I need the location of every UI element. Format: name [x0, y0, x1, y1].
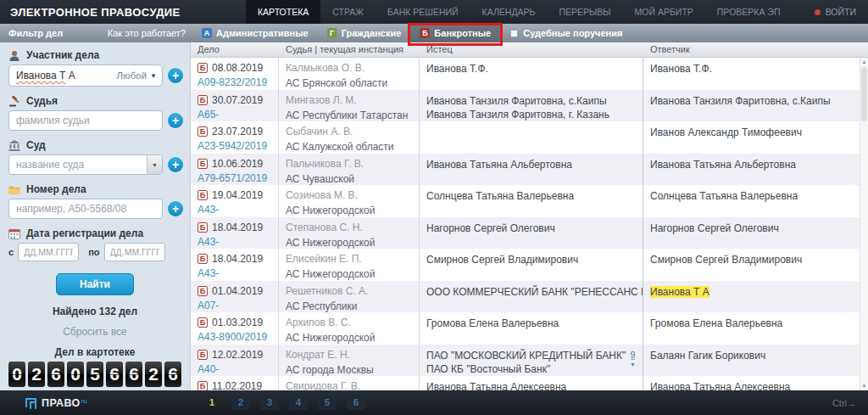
case-number-link[interactable]: А43-16534/2019: [198, 236, 271, 250]
plaintiff-name: ПАО "МОСКОВСКИЙ КРЕДИТНЫЙ БАНК": [426, 349, 636, 362]
nav-item-картотека[interactable]: КАРТОТЕКА: [246, 0, 320, 24]
nav-item-банк-решений[interactable]: БАНК РЕШЕНИЙ: [376, 0, 470, 24]
scroll-up-arrow-icon[interactable]: ▲: [860, 58, 868, 66]
nav-item-перерывы[interactable]: ПЕРЕРЫВЫ: [547, 0, 622, 24]
add-judge-button[interactable]: +: [168, 113, 183, 128]
case-number-link[interactable]: А09-8232/2019: [198, 76, 271, 88]
tab-гражданские[interactable]: ГГражданские: [318, 24, 411, 42]
tab-банкротные[interactable]: ББанкротные: [410, 24, 500, 42]
defendant-name: Солнцева Татьяна Валерьевна: [650, 189, 853, 203]
case-number-input[interactable]: [8, 199, 163, 219]
page-button-2[interactable]: 2: [231, 395, 250, 410]
keyboard-hint: Ctrl→: [832, 398, 868, 408]
page-button-3[interactable]: 3: [260, 395, 279, 410]
defendant-cell: Иванова Т.Ф.: [643, 58, 860, 90]
page-button-6[interactable]: 6: [347, 395, 365, 410]
case-cell: Б18.04.2019А43-16430/2019: [191, 249, 279, 281]
plaintiff-name: Смирнов Сергей Владимирович: [426, 253, 636, 266]
filter-toolbar: Фильтр дел Как это работает? ААдминистра…: [0, 24, 868, 42]
defendant-cell: Иванова Татьяна Алексеевна: [643, 376, 860, 390]
pravo-logo-icon: [25, 398, 36, 407]
case-date: 30.07.2019: [212, 94, 263, 106]
pravo-logo[interactable]: ПРАВО ru: [0, 397, 192, 409]
judge-name: Пальчикова Г. В.: [286, 158, 412, 171]
judge-input[interactable]: [8, 110, 163, 131]
counter-digit: 0: [8, 362, 25, 387]
table-row: Б10.06.2019А79-6571/2019Пальчикова Г. В.…: [191, 154, 860, 186]
table-row: Б18.04.2019А43-16534/2019Степанова С. Н.…: [191, 217, 860, 250]
how-it-works-link[interactable]: Как это работает?: [108, 28, 186, 38]
counter-digit: 6: [125, 362, 142, 387]
court-name: АС Нижегородской области: [286, 332, 412, 345]
date-to-label: по: [88, 247, 99, 257]
tab-label: Административные: [216, 28, 309, 38]
table-header: ДелоСудья | текущая инстанцияИстецОтветч…: [191, 42, 868, 58]
nav-item-календарь[interactable]: КАЛЕНДАРЬ: [470, 0, 548, 24]
add-participant-button[interactable]: +: [168, 68, 183, 83]
defendant-cell: Иванова Татьяна Альбертовна: [643, 154, 860, 186]
search-button[interactable]: Найти: [56, 273, 134, 295]
defendant-name: Смирнов Сергей Владимирович: [650, 253, 853, 266]
case-number-link[interactable]: А79-6571/2019: [198, 172, 271, 184]
court-select[interactable]: название суда ▼: [8, 154, 163, 175]
case-date: 11.02.2019: [212, 380, 262, 390]
scroll-down-arrow-icon[interactable]: ▼: [860, 382, 868, 390]
judge-name: Созинова М. В.: [286, 189, 412, 202]
main-nav: КАРТОТЕКАСТРАЖБАНК РЕШЕНИЙКАЛЕНДАРЬПЕРЕР…: [246, 0, 792, 24]
defendant-cell: Смирнов Сергей Владимирович: [643, 249, 860, 281]
page-button-4[interactable]: 4: [289, 395, 308, 410]
case-number-link[interactable]: А43-8900/2019: [198, 331, 271, 343]
vertical-scrollbar[interactable]: ▲ ▼: [860, 58, 868, 390]
defendant-cell: Иванова Т А: [643, 281, 860, 313]
page-button-1[interactable]: 1: [203, 395, 221, 410]
case-number-link[interactable]: А40-32986/2019: [198, 363, 271, 377]
add-case-number-button[interactable]: +: [168, 201, 183, 216]
table-row: Б08.08.2019А09-8232/2019Калмыкова О. В.А…: [191, 58, 860, 90]
judge-cell: Мингазов Л. М.АС Республики Татарстан: [279, 90, 420, 122]
counter-digit: 2: [145, 362, 162, 387]
login-button[interactable]: ВОЙТИ: [803, 0, 868, 24]
table-row: Б01.04.2019А07-10026/2019Решетников С. А…: [191, 281, 860, 313]
table-row: Б30.07.2019А65-22737/2019Мингазов Л. М.А…: [191, 90, 860, 122]
judge-name: Сыбачин А. В.: [286, 126, 412, 138]
case-date: 12.02.2019: [212, 349, 263, 361]
plaintiff-name: Иванова Татьяна Алексеевна: [426, 380, 636, 390]
court-orders-checkbox[interactable]: Судебные поручения: [500, 24, 632, 42]
more-parties-badge[interactable]: 9▼: [630, 351, 636, 369]
page-button-5[interactable]: 5: [318, 395, 337, 410]
chevron-down-icon: ▼: [150, 72, 157, 80]
folder-icon: [8, 184, 20, 195]
court-orders-label: Судебные поручения: [523, 28, 622, 38]
participant-input[interactable]: Иванова Т А Любой ▼: [8, 64, 163, 87]
case-number-link[interactable]: А43-16638/2019: [198, 204, 271, 217]
add-court-button[interactable]: +: [168, 157, 183, 172]
scrollbar-thumb[interactable]: [861, 67, 867, 121]
case-number-link[interactable]: А23-5942/2019: [198, 140, 271, 152]
select-arrow-icon[interactable]: ▼: [147, 155, 162, 174]
results-count: Найдено 132 дел: [0, 306, 190, 317]
defendant-cell: Нагорнов Сергей Олегович: [643, 217, 860, 250]
nav-item-проверка-эп[interactable]: ПРОВЕРКА ЭП: [705, 0, 793, 24]
defendant-cell: Громова Елена Валерьевна: [643, 312, 860, 345]
case-number-link[interactable]: А07-10026/2019: [198, 300, 271, 313]
column-header: Судья | текущая инстанция: [279, 42, 420, 57]
nav-item-страж[interactable]: СТРАЖ: [320, 0, 376, 24]
reset-all-link[interactable]: Сбросить все: [0, 326, 190, 338]
bankruptcy-case-icon: Б: [198, 286, 208, 296]
counter-digit: 6: [164, 362, 181, 387]
plaintiff-name: Громова Елена Валерьевна: [426, 317, 636, 330]
defendant-name: Иванов Александр Тимофеевич: [650, 126, 853, 139]
case-date: 01.03.2019: [212, 317, 263, 328]
case-number-link[interactable]: А43-16430/2019: [198, 267, 271, 281]
tab-административные[interactable]: ААдминистративные: [192, 24, 318, 42]
participant-role-dropdown[interactable]: Любой ▼: [117, 70, 158, 81]
plaintiff-cell: Солнцева Татьяна Валерьевна: [420, 185, 643, 217]
nav-item-мой-арбитр[interactable]: МОЙ АРБИТР: [623, 0, 705, 24]
case-cell: Б19.04.2019А43-16638/2019: [191, 185, 279, 217]
search-match-highlight: Иванова Т А: [650, 286, 709, 298]
date-to-input[interactable]: [104, 243, 165, 261]
case-number-link[interactable]: А65-22737/2019: [198, 109, 271, 122]
plaintiff-cell: Иванова Татьяна Алексеевна: [420, 376, 643, 390]
bankruptcy-case-icon: Б: [198, 63, 208, 73]
date-from-input[interactable]: [18, 243, 79, 261]
